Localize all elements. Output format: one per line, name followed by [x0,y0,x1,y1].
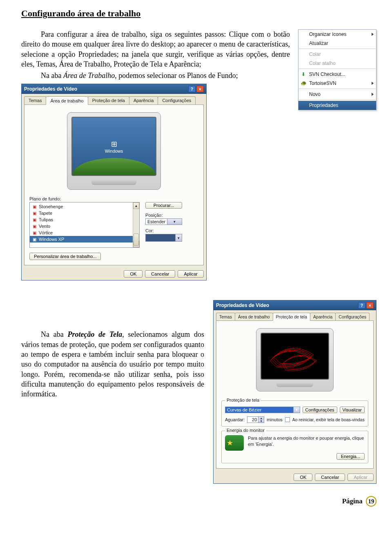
display-properties-dialog-screensaver: Propriedades de Vídeo ? × Temas Área de … [213,300,376,484]
display-properties-dialog: Propriedades de Vídeo ? × Temas Área de … [21,84,207,280]
list-item-label: Tulipas [39,217,53,222]
image-file-icon: ▣ [31,210,37,216]
list-item[interactable]: ▣Tulipas [30,216,133,223]
menu-refresh[interactable]: Atualizar [298,39,376,48]
scroll-thumb[interactable] [134,234,139,246]
position-label: Posição: [145,213,198,218]
body-paragraph-1b: Na aba Área de Trabalho, podemos selecio… [21,71,290,80]
menu-item-label: Colar [309,51,321,57]
wait-label: Aguardar: [225,417,245,422]
tab-aparencia[interactable]: Aparência [310,313,336,320]
monitor-preview [256,328,334,391]
screensaver-combo[interactable]: Curvas de Bézier ▾ [225,407,300,413]
tab-area-trabalho[interactable]: Área de trabalho [235,313,273,320]
menu-item-label: Novo [309,91,321,97]
tab-protecao[interactable]: Proteção de tela [273,313,310,321]
energy-star-icon [225,435,244,451]
footer-label: Página [342,497,363,505]
monitor-energy-group: Energia do monitor Para ajustar a energi… [221,431,368,463]
page-footer: Página 19 [21,496,376,507]
tab-config[interactable]: Configurações [335,313,370,320]
screensaver-group: Proteção de tela Curvas de Bézier ▾ Conf… [221,400,368,427]
help-button[interactable]: ? [358,302,365,309]
menu-tortoise-svn[interactable]: 🐢 TortoiseSVN [298,79,376,88]
cancel-button[interactable]: Cancelar [145,270,175,278]
ok-button[interactable]: OK [294,474,312,481]
help-button[interactable]: ? [188,86,196,92]
menu-separator [299,49,376,49]
screensaver-settings-button[interactable]: Configurações [303,407,337,413]
menu-separator [299,89,376,89]
menu-item-label: Organizar ícones [309,31,346,37]
list-item[interactable]: ▣Stonehenge [30,203,133,210]
welcome-checkbox[interactable] [285,417,290,422]
menu-properties[interactable]: Propriedades [298,101,376,110]
energy-button[interactable]: Energia... [336,453,365,460]
text-fragment: Na aba [41,71,63,80]
ok-button[interactable]: OK [124,270,143,278]
list-item[interactable]: ▣Tapete [30,210,133,216]
dialog-title: Propriedades de Vídeo [24,86,77,92]
chevron-right-icon [372,93,374,96]
tab-config[interactable]: Configurações [158,96,196,105]
tab-temas[interactable]: Temas [216,313,235,320]
text-fragment: , podemos selecionar os Planos de Fundo; [115,71,238,80]
browse-button[interactable]: Procurar... [145,202,182,209]
svn-checkout-icon: ⬇ [300,71,307,78]
screensaver-preview-button[interactable]: Visualizar [340,407,365,413]
group-legend: Energia do monitor [225,428,266,433]
cancel-button[interactable]: Cancelar [315,474,345,481]
scroll-up-button[interactable]: ▲ [133,202,139,209]
position-combo[interactable]: Estender ▾ [145,218,182,225]
color-combo[interactable]: ▾ [145,234,182,242]
image-file-icon: ▣ [31,204,37,209]
text-fragment-bold-italic: Proteção de Tela [67,330,122,338]
background-listbox[interactable]: ▣Stonehenge ▣Tapete ▣Tulipas ▣Vento ▣Vór… [29,202,140,248]
text-fragment-italic: Área de Trabalho [63,71,115,80]
spinner-value: 20 [247,417,258,423]
menu-item-label: TortoiseSVN [309,80,336,86]
chevron-down-icon[interactable]: ▾ [167,219,182,225]
scrollbar[interactable]: ▲ ▼ [133,202,139,247]
image-file-icon: ▣ [31,236,37,242]
menu-paste-shortcut: Colar atalho [298,59,376,68]
background-label: Plano de fundo: [29,196,198,201]
chevron-down-icon[interactable]: ▾ [175,234,182,241]
menu-item-label: SVN Checkout... [309,71,345,77]
spinner-up[interactable]: ▲ [258,417,264,420]
dialog-titlebar[interactable]: Propriedades de Vídeo ? × [22,84,206,94]
list-item-selected[interactable]: ▣Windows XP [30,236,133,242]
tab-temas[interactable]: Temas [24,96,46,105]
apply-button[interactable]: Aplicar [178,270,204,278]
close-button[interactable]: × [366,302,374,309]
customize-desktop-button[interactable]: Personalizar área de trabalho... [29,253,101,260]
desktop-context-menu: Organizar ícones Atualizar Colar Colar a… [298,29,376,110]
menu-new[interactable]: Novo [298,90,376,99]
body-paragraph-2: Na aba Proteção de Tela, selecionamos al… [21,329,204,399]
tab-protecao[interactable]: Proteção de tela [88,96,129,105]
apply-button: Aplicar [347,474,374,481]
color-label: Cor: [145,228,198,233]
close-button[interactable]: × [196,86,204,92]
welcome-checkbox-label: Ao reiniciar, exibir tela de boas-vindas [292,417,365,422]
menu-paste: Colar [298,50,376,59]
list-item[interactable]: ▣Vórtice [30,229,133,236]
image-file-icon: ▣ [31,230,37,236]
menu-organize-icons[interactable]: Organizar ícones [298,30,376,39]
menu-svn-checkout[interactable]: ⬇ SVN Checkout... [298,70,376,79]
menu-item-label: Propriedades [309,102,338,108]
list-item[interactable]: ▣Vento [30,223,133,229]
wait-minutes-spinner[interactable]: 20 ▲ ▼ [247,416,264,423]
tab-aparencia[interactable]: Aparência [129,96,158,105]
image-file-icon: ▣ [31,217,37,222]
energy-text: Para ajustar a energia do monitor e poup… [248,435,365,447]
screensaver-preview-graphic [264,336,326,379]
dialog-titlebar[interactable]: Propriedades de Vídeo ? × [214,300,376,310]
tab-area-trabalho[interactable]: Área de trabalho [46,96,88,105]
combo-value: Curvas de Bézier [225,407,293,413]
menu-separator [299,69,376,69]
text-fragment: , selecionamos algum dos vários temas de… [21,330,204,398]
list-item-label: Vento [39,224,50,229]
spinner-down[interactable]: ▼ [258,420,264,423]
chevron-down-icon[interactable]: ▾ [293,407,300,413]
